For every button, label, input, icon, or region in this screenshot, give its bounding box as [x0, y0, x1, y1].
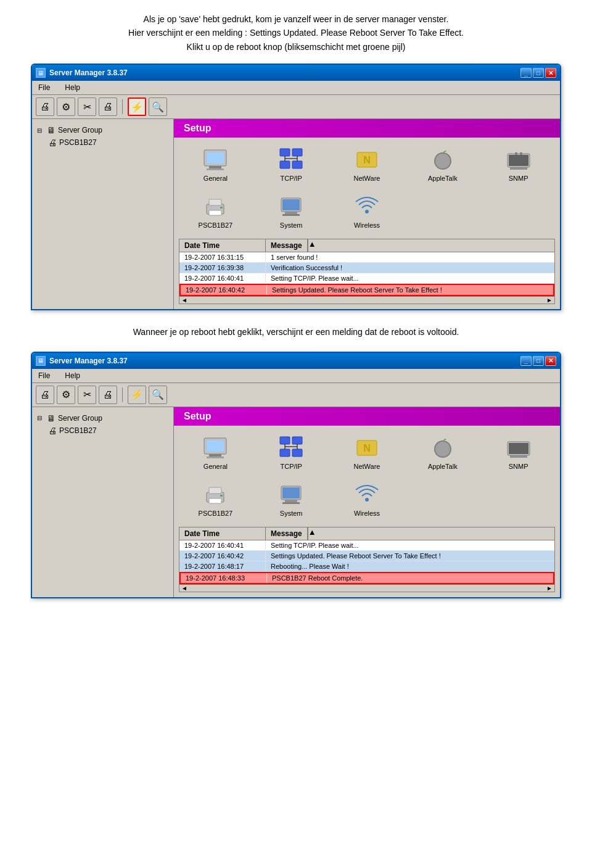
icon-cell-appletalk-2[interactable]: AppleTalk [407, 432, 478, 474]
log-msg-2-1: Setting TCP/IP. Please wait... [266, 540, 554, 550]
log-bottom-scrollbar-2[interactable]: ◄ ► [179, 584, 554, 592]
log-dt-1-1: 19-2-2007 16:31:15 [179, 252, 266, 262]
menu-file-2[interactable]: File [35, 370, 54, 381]
log-msg-2-2: Settings Updated. Please Reboot Server T… [266, 551, 554, 561]
svg-rect-52 [282, 487, 300, 498]
tb-print2-icon[interactable]: 🖨 [99, 97, 117, 116]
svg-rect-49 [209, 498, 221, 503]
appletalk-label-1: AppleTalk [428, 175, 458, 182]
log-dt-1-4: 19-2-2007 16:40:42 [181, 285, 267, 295]
tree-root-2[interactable]: ⊟ 🖥 Server Group [35, 412, 171, 424]
icon-cell-tcpip-2[interactable]: TCP/IP [256, 432, 327, 474]
menu-file-1[interactable]: File [35, 82, 54, 93]
sidebar-1: ⊟ 🖥 Server Group 🖨 PSCB1B27 [32, 119, 174, 309]
sidebar-2: ⊟ 🖥 Server Group 🖨 PSCB1B27 [32, 407, 174, 597]
printer-main-icon-2 [203, 482, 228, 507]
titlebar-2: 🖥 Server Manager 3.8.37 _ □ ✕ [32, 353, 560, 369]
icon-cell-system-1[interactable]: System [256, 191, 327, 233]
scroll-right-1[interactable]: ► [545, 297, 554, 304]
titlebar-left-1: 🖥 Server Manager 3.8.37 [36, 68, 128, 78]
netware-icon-1: N [355, 147, 379, 172]
log-header-1: Date Time Message ▲ [179, 239, 554, 252]
svg-rect-1 [207, 152, 224, 163]
tb-lightning-icon[interactable]: ⚡ [128, 97, 146, 116]
icon-cell-general-1[interactable]: General [180, 144, 251, 186]
tree-root-1[interactable]: ⊟ 🖥 Server Group [35, 124, 171, 136]
log-msg-2-3: Rebooting... Please Wait ! [266, 561, 554, 571]
log-bottom-scrollbar-1[interactable]: ◄ ► [179, 296, 554, 304]
icon-cell-wireless-1[interactable]: Wireless [332, 191, 403, 233]
svg-rect-48 [209, 487, 221, 494]
menu-help-2[interactable]: Help [61, 370, 84, 381]
icon-cell-netware-1[interactable]: N NetWare [332, 144, 403, 186]
wireless-label-2: Wireless [354, 510, 380, 517]
log-col-message-2: Message [266, 527, 308, 540]
log-row-2-3: 19-2-2007 16:48:17 Rebooting... Please W… [179, 561, 554, 572]
tree-printer-item-2[interactable]: 🖨 PSCB1B27 [46, 424, 171, 437]
svg-rect-33 [280, 437, 290, 444]
printer-label-1: PSCB1B27 [199, 221, 233, 229]
menubar-1: File Help [32, 81, 560, 95]
log-scrollbar-up-2[interactable]: ▲ [308, 527, 318, 540]
snmp-icon-2 [506, 436, 531, 460]
svg-point-55 [365, 498, 369, 502]
minimize-button-1[interactable]: _ [520, 68, 532, 78]
tb-scissors-icon[interactable]: ✂ [78, 97, 96, 116]
maximize-button-1[interactable]: □ [533, 68, 544, 78]
tb2-scissors-icon[interactable]: ✂ [78, 386, 96, 404]
scroll-left-1[interactable]: ◄ [179, 297, 189, 304]
log-dt-1-3: 19-2-2007 16:40:41 [179, 273, 266, 283]
icon-cell-snmp-1[interactable]: SNMP [483, 144, 554, 186]
maximize-button-2[interactable]: □ [533, 356, 544, 366]
instruction-block-2: Wanneer je op reboot hebt geklikt, versc… [18, 325, 574, 339]
icon-cell-snmp-2[interactable]: SNMP [483, 432, 554, 474]
tree-printer-label-2: PSCB1B27 [59, 426, 97, 435]
window-icon-2: 🖥 [36, 356, 46, 366]
svg-rect-7 [292, 161, 302, 168]
svg-rect-54 [282, 502, 300, 504]
main-area-1: Setup General [174, 119, 560, 309]
close-button-1[interactable]: ✕ [545, 68, 556, 78]
svg-rect-5 [292, 149, 302, 156]
general-label-2: General [204, 463, 228, 470]
tb2-printer-icon[interactable]: 🖨 [36, 386, 54, 404]
snmp-label-1: SNMP [509, 175, 528, 182]
icon-cell-system-2[interactable]: System [256, 479, 327, 521]
scroll-left-2[interactable]: ◄ [179, 585, 189, 592]
icon-cell-printer-1[interactable]: PSCB1B27 [180, 191, 251, 233]
titlebar-buttons-1: _ □ ✕ [520, 68, 556, 78]
svg-rect-34 [292, 437, 302, 444]
tb-search-icon[interactable]: 🔍 [149, 97, 167, 116]
instruction-line-2: Hier verschijnt er een melding : Setting… [18, 26, 574, 39]
menu-help-1[interactable]: Help [61, 82, 84, 93]
tb2-lightning-icon[interactable]: ⚡ [128, 386, 146, 404]
icon-cell-general-2[interactable]: General [180, 432, 251, 474]
log-section-1: Date Time Message ▲ 19-2-2007 16:31:15 1… [179, 239, 555, 304]
tree-expand-icon-2: ⊟ [37, 415, 44, 421]
tb2-search-icon[interactable]: 🔍 [149, 386, 167, 404]
minimize-button-2[interactable]: _ [520, 356, 532, 366]
icon-cell-printer-2[interactable]: PSCB1B27 [180, 479, 251, 521]
log-msg-1-4: Settings Updated. Please Reboot Server T… [267, 285, 553, 295]
tb2-settings-icon[interactable]: ⚙ [57, 386, 75, 404]
tb-settings-icon[interactable]: ⚙ [57, 97, 75, 116]
svg-rect-21 [209, 199, 221, 205]
icon-cell-wireless-2[interactable]: Wireless [332, 479, 403, 521]
log-scrollbar-up-1[interactable]: ▲ [308, 239, 318, 252]
scroll-right-2[interactable]: ► [545, 585, 554, 592]
svg-rect-32 [207, 457, 224, 458]
tree-printer-icon-2: 🖨 [48, 426, 57, 436]
tree-server-label-1: Server Group [58, 126, 102, 134]
close-button-2[interactable]: ✕ [545, 356, 556, 366]
tb-printer-icon[interactable]: 🖨 [36, 97, 54, 116]
icon-cell-appletalk-1[interactable]: AppleTalk [407, 144, 478, 186]
icon-cell-tcpip-1[interactable]: TCP/IP [256, 144, 327, 186]
tb2-print2-icon[interactable]: 🖨 [99, 386, 117, 404]
svg-rect-31 [209, 454, 221, 457]
svg-point-28 [365, 210, 369, 213]
svg-rect-17 [510, 167, 527, 170]
svg-rect-16 [509, 155, 528, 166]
window-title-1: Server Manager 3.8.37 [49, 68, 128, 77]
tree-printer-item-1[interactable]: 🖨 PSCB1B27 [46, 136, 171, 149]
icon-cell-netware-2[interactable]: N NetWare [332, 432, 403, 474]
